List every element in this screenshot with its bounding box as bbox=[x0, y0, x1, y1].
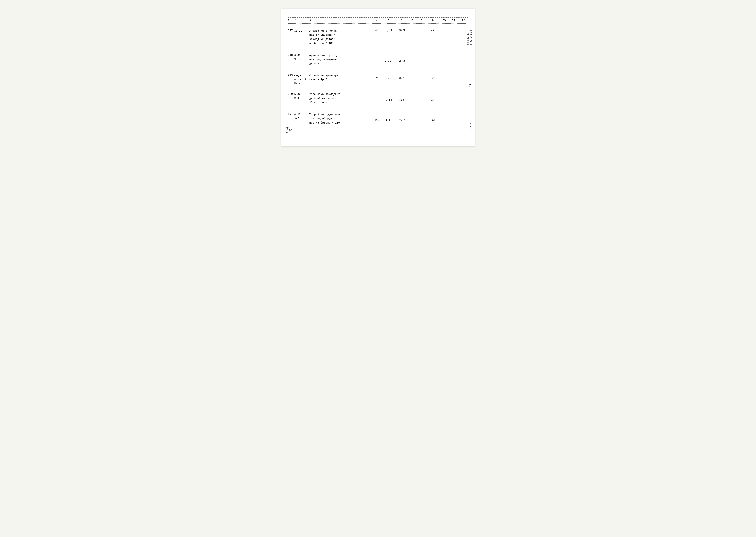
row-col6: I5,3 bbox=[395, 53, 408, 62]
row-col9: 49 bbox=[427, 28, 439, 32]
row-col9: I4 bbox=[427, 92, 439, 102]
row-number: 2I8. bbox=[288, 53, 294, 57]
ie-stamp: Ie bbox=[285, 125, 292, 135]
row-unit: т bbox=[372, 73, 382, 80]
row-reference: 6–30 3–I bbox=[294, 112, 309, 121]
col-header-7: 7 bbox=[408, 19, 417, 22]
row-col6: 29,3 bbox=[395, 28, 408, 32]
row-col5: 4,II bbox=[382, 112, 395, 122]
row-col11 bbox=[449, 92, 459, 92]
row-col5: 0,004 bbox=[382, 73, 395, 80]
row-col8 bbox=[417, 53, 427, 54]
row-number: 2I7. bbox=[288, 28, 294, 32]
row-number: 220. bbox=[288, 92, 294, 96]
row-unit: т bbox=[372, 53, 382, 62]
table-row: 2I9. СРЦ ч.2 раздел 4 п.43 Стоимость арм… bbox=[288, 70, 468, 89]
table-row: 2I7. II–II I–II Утолщения в полах под фу… bbox=[288, 24, 468, 50]
row-col12 bbox=[459, 92, 468, 92]
side-label-album: альбом ХУТ810–1–13.86 bbox=[467, 30, 473, 45]
row-col9: I47 bbox=[427, 112, 439, 122]
row-number: 2I9. bbox=[288, 73, 294, 77]
row-col12 bbox=[459, 112, 468, 113]
row-col10 bbox=[439, 73, 449, 74]
table-wrapper: I 2 3 4 5 6 7 8 9 IO II I2 2I7. II–II I–… bbox=[288, 18, 468, 129]
row-col7 bbox=[408, 112, 417, 113]
row-reference: 6–86 9–IO bbox=[294, 53, 309, 61]
row-description: Устройство фундамен– тов под оборудова– … bbox=[309, 112, 372, 125]
col-header-6: 6 bbox=[395, 19, 408, 22]
col-header-3: 3 bbox=[309, 19, 372, 22]
row-col11 bbox=[449, 73, 459, 74]
row-col6: 392 bbox=[395, 73, 408, 80]
row-reference: II–II I–II bbox=[294, 28, 309, 37]
row-reference: СРЦ ч.2 раздел 4 п.43 bbox=[294, 73, 309, 85]
row-col7 bbox=[408, 73, 417, 74]
side-label-album-text: альбом ХУТ810–1–13.86 bbox=[467, 30, 472, 45]
row-col6: 35,7 bbox=[395, 112, 408, 122]
column-headers-row: I 2 3 4 5 6 7 8 9 IO II I2 bbox=[288, 18, 468, 23]
row-col11 bbox=[449, 112, 459, 113]
row-col5: I,68 bbox=[382, 28, 395, 32]
row-col8 bbox=[417, 28, 427, 29]
row-col8 bbox=[417, 112, 427, 113]
col-header-4: 4 bbox=[372, 19, 382, 22]
row-description: Утолщения в полах под фундаменты и закла… bbox=[309, 28, 372, 46]
row-col10 bbox=[439, 92, 449, 92]
col-header-1: I bbox=[288, 19, 294, 22]
row-col8 bbox=[417, 73, 427, 74]
row-unit: м3 bbox=[372, 28, 382, 32]
table-row: 220. 6–84 9–8 Установка закладных детале… bbox=[288, 89, 468, 109]
row-col5: 0,04 bbox=[382, 92, 395, 102]
row-col10 bbox=[439, 112, 449, 113]
row-col9: 2 bbox=[427, 73, 439, 80]
row-col12 bbox=[459, 28, 468, 29]
page: I 2 3 4 5 6 7 8 9 IO II I2 2I7. II–II I–… bbox=[282, 9, 475, 146]
table-row: 22I. 6–30 3–I Устройство фундамен– тов п… bbox=[288, 109, 468, 129]
row-col11 bbox=[449, 28, 459, 29]
row-description: Армирование утолще– ния под закладные де… bbox=[309, 53, 372, 66]
row-col5: 0,004 bbox=[382, 53, 395, 62]
row-unit: т bbox=[372, 92, 382, 102]
row-col9: – bbox=[427, 53, 439, 62]
col-header-9: 9 bbox=[427, 19, 439, 22]
row-col7 bbox=[408, 92, 417, 92]
row-unit: м3 bbox=[372, 112, 382, 122]
table-row: 2I8. 6–86 9–IO Армирование утолще– ния п… bbox=[288, 50, 468, 70]
col-header-2: 2 bbox=[294, 19, 309, 22]
side-label-21598: 21598–19 bbox=[469, 123, 472, 134]
row-col7 bbox=[408, 28, 417, 29]
side-label-61: – 61 – bbox=[469, 81, 471, 90]
row-col10 bbox=[439, 53, 449, 54]
row-description: Установка закладных деталей весом до 20 … bbox=[309, 92, 372, 105]
col-header-8: 8 bbox=[417, 19, 427, 22]
row-col6: 355 bbox=[395, 92, 408, 102]
col-header-5: 5 bbox=[382, 19, 395, 22]
row-description: Стоимость арматуры класса Вр–I bbox=[309, 73, 372, 82]
row-col8 bbox=[417, 92, 427, 92]
row-col11 bbox=[449, 53, 459, 54]
row-col10 bbox=[439, 28, 449, 29]
row-col12 bbox=[459, 53, 468, 54]
row-reference: 6–84 9–8 bbox=[294, 92, 309, 100]
col-header-10: IO bbox=[439, 19, 449, 22]
row-col12 bbox=[459, 73, 468, 74]
col-header-12: I2 bbox=[459, 19, 468, 22]
row-number: 22I. bbox=[288, 112, 294, 116]
col-header-11: II bbox=[449, 19, 459, 22]
row-col7 bbox=[408, 53, 417, 54]
